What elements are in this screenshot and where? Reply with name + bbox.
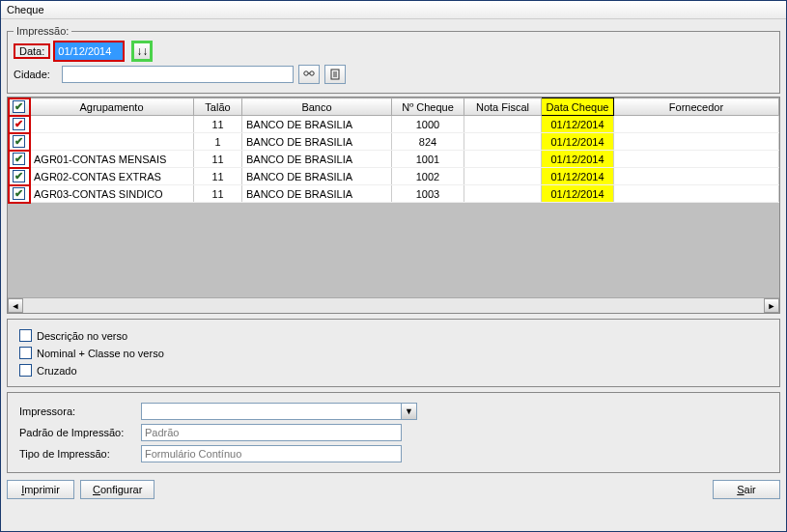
cell-num-cheque: 824 xyxy=(392,133,464,151)
table-row[interactable]: ✔ AGR03-CONTAS SINDICO 11 BANCO DE BRASI… xyxy=(9,185,779,203)
cell-banco: BANCO DE BRASILIA xyxy=(242,116,392,133)
option-cruzado[interactable]: Cruzado xyxy=(19,364,768,377)
data-input[interactable] xyxy=(55,42,123,60)
scroll-track[interactable] xyxy=(23,298,764,313)
cell-fornecedor xyxy=(614,116,779,133)
col-agrupamento[interactable]: Agrupamento xyxy=(30,98,194,116)
cell-fornecedor xyxy=(614,151,779,168)
padrao-label: Padrão de Impressão: xyxy=(19,427,135,438)
cell-banco: BANCO DE BRASILIA xyxy=(242,185,392,203)
printer-fieldset: Impressora: ▼ Padrão de Impressão: Tipo … xyxy=(7,392,780,473)
scroll-right-icon[interactable]: ► xyxy=(764,298,779,313)
impressora-label: Impressora: xyxy=(19,406,135,417)
table-row[interactable]: ✔ 11 BANCO DE BRASILIA 1000 01/12/2014 xyxy=(9,116,779,133)
grid-container: ✔ Agrupamento Talão Banco Nº Cheque Nota… xyxy=(7,97,780,314)
cell-data-cheque: 01/12/2014 xyxy=(542,185,614,203)
grid-scroll: ✔ Agrupamento Talão Banco Nº Cheque Nota… xyxy=(8,98,779,297)
cell-fornecedor xyxy=(614,133,779,151)
cell-fornecedor xyxy=(614,185,779,203)
data-label: Data: xyxy=(19,45,44,57)
select-all-header[interactable]: ✔ xyxy=(9,98,30,116)
table-row[interactable]: ✔ AGR01-CONTAS MENSAIS 11 BANCO DE BRASI… xyxy=(9,151,779,168)
cell-banco: BANCO DE BRASILIA xyxy=(242,168,392,185)
row-checkbox[interactable]: ✔ xyxy=(9,116,30,133)
cell-agrupamento: AGR01-CONTAS MENSAIS xyxy=(30,151,194,168)
data-label-highlight: Data: xyxy=(14,43,50,59)
scroll-left-icon[interactable]: ◄ xyxy=(8,298,23,313)
cell-nota-fiscal xyxy=(464,133,542,151)
tipo-label: Tipo de Impressão: xyxy=(19,448,135,460)
cell-banco: BANCO DE BRASILIA xyxy=(242,133,392,151)
cell-banco: BANCO DE BRASILIA xyxy=(242,151,392,168)
impressora-row: Impressora: ▼ xyxy=(19,403,768,420)
options-fieldset: Descrição no verso Nominal + Classe no v… xyxy=(7,319,780,387)
table-row[interactable]: ✔ AGR02-CONTAS EXTRAS 11 BANCO DE BRASIL… xyxy=(9,168,779,185)
sair-button[interactable]: Sair xyxy=(713,480,780,499)
cell-data-cheque: 01/12/2014 xyxy=(542,168,614,185)
col-talao[interactable]: Talão xyxy=(194,98,242,116)
cell-data-cheque: 01/12/2014 xyxy=(542,151,614,168)
cidade-row: Cidade: xyxy=(14,65,773,84)
cell-talao: 11 xyxy=(194,116,242,133)
label-nominal: Nominal + Classe no verso xyxy=(37,348,164,359)
padrao-row: Padrão de Impressão: xyxy=(19,424,768,441)
table-row[interactable]: ✔ 1 BANCO DE BRASILIA 824 01/12/2014 xyxy=(9,133,779,151)
row-checkbox[interactable]: ✔ xyxy=(9,151,30,168)
option-nominal[interactable]: Nominal + Classe no verso xyxy=(19,347,768,359)
chevron-down-icon[interactable]: ▼ xyxy=(402,403,417,420)
label-cruzado: Cruzado xyxy=(37,365,77,377)
row-checkbox[interactable]: ✔ xyxy=(9,168,30,185)
label-descricao: Descrição no verso xyxy=(37,330,127,342)
tipo-input[interactable] xyxy=(141,445,402,462)
imprimir-button[interactable]: Imprimir xyxy=(7,480,74,499)
col-banco[interactable]: Banco xyxy=(242,98,392,116)
cidade-input[interactable] xyxy=(62,66,294,83)
cell-agrupamento: AGR02-CONTAS EXTRAS xyxy=(30,168,194,185)
configurar-button[interactable]: Configurar xyxy=(80,480,155,499)
data-input-highlight xyxy=(53,41,125,62)
cell-nota-fiscal xyxy=(464,151,542,168)
data-row: Data: ↓↓ xyxy=(14,41,773,62)
tipo-row: Tipo de Impressão: xyxy=(19,445,768,462)
col-data-cheque[interactable]: Data Cheque xyxy=(542,98,614,116)
padrao-input[interactable] xyxy=(141,424,402,441)
cell-agrupamento: AGR03-CONTAS SINDICO xyxy=(30,185,194,203)
impressao-legend: Impressão: xyxy=(14,25,71,37)
row-checkbox[interactable]: ✔ xyxy=(9,133,30,151)
cell-num-cheque: 1000 xyxy=(392,116,464,133)
cell-nota-fiscal xyxy=(464,168,542,185)
cell-talao: 11 xyxy=(194,151,242,168)
cell-data-cheque: 01/12/2014 xyxy=(542,116,614,133)
cheque-table: ✔ Agrupamento Talão Banco Nº Cheque Nota… xyxy=(8,98,779,203)
cell-nota-fiscal xyxy=(464,116,542,133)
svg-point-1 xyxy=(310,71,314,75)
content-area: Impressão: Data: ↓↓ Cidade: xyxy=(1,19,786,531)
col-nota-fiscal[interactable]: Nota Fiscal xyxy=(464,98,542,116)
cell-agrupamento xyxy=(30,133,194,151)
col-num-cheque[interactable]: Nº Cheque xyxy=(392,98,464,116)
cell-talao: 11 xyxy=(194,168,242,185)
button-bar: Imprimir Configurar Sair xyxy=(7,480,780,499)
cell-agrupamento xyxy=(30,116,194,133)
horizontal-scrollbar[interactable]: ◄ ► xyxy=(8,297,779,313)
cell-fornecedor xyxy=(614,168,779,185)
cell-data-cheque: 01/12/2014 xyxy=(542,133,614,151)
svg-point-0 xyxy=(304,71,308,75)
row-checkbox[interactable]: ✔ xyxy=(9,185,30,203)
impressora-input[interactable] xyxy=(141,403,402,420)
table-header-row: ✔ Agrupamento Talão Banco Nº Cheque Nota… xyxy=(9,98,779,116)
checkbox-cruzado[interactable] xyxy=(19,364,32,377)
col-fornecedor[interactable]: Fornecedor xyxy=(614,98,779,116)
cell-num-cheque: 1003 xyxy=(392,185,464,203)
checkbox-nominal[interactable] xyxy=(19,347,32,359)
cell-nota-fiscal xyxy=(464,185,542,203)
search-icon[interactable] xyxy=(298,65,320,84)
cell-num-cheque: 1002 xyxy=(392,168,464,185)
document-icon[interactable] xyxy=(324,65,346,84)
impressora-combo[interactable]: ▼ xyxy=(141,403,417,420)
checkbox-descricao[interactable] xyxy=(19,329,32,342)
cell-num-cheque: 1001 xyxy=(392,151,464,168)
option-descricao[interactable]: Descrição no verso xyxy=(19,329,768,342)
apply-date-button[interactable]: ↓↓ xyxy=(131,41,153,62)
cidade-label: Cidade: xyxy=(14,69,57,80)
